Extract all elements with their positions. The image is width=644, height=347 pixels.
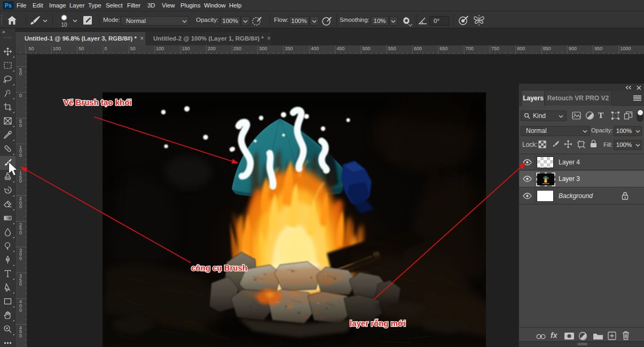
- svg-text:0: 0: [19, 153, 22, 158]
- svg-text:600: 600: [414, 46, 422, 51]
- svg-text:0: 0: [19, 333, 22, 338]
- svg-text:250: 250: [233, 46, 241, 51]
- svg-text:0: 0: [19, 281, 22, 287]
- svg-text:50: 50: [130, 46, 136, 51]
- svg-text:850: 850: [543, 46, 551, 51]
- svg-text:0: 0: [19, 178, 22, 184]
- svg-text:750: 750: [491, 46, 499, 51]
- svg-text:300: 300: [259, 46, 267, 51]
- svg-text:1000: 1000: [621, 46, 631, 51]
- svg-text:650: 650: [439, 46, 447, 51]
- svg-text:350: 350: [285, 46, 293, 51]
- svg-text:100: 100: [53, 46, 61, 51]
- svg-text:0: 0: [105, 46, 107, 51]
- svg-text:150: 150: [182, 46, 190, 51]
- svg-text:800: 800: [517, 46, 525, 51]
- svg-text:0: 0: [19, 123, 22, 128]
- svg-text:500: 500: [363, 46, 371, 51]
- svg-text:550: 550: [388, 46, 396, 51]
- svg-text:400: 400: [311, 46, 319, 51]
- svg-text:50: 50: [78, 46, 84, 51]
- svg-text:950: 950: [594, 46, 602, 51]
- svg-text:0: 0: [19, 93, 22, 98]
- svg-text:100: 100: [156, 46, 164, 51]
- svg-text:0: 0: [19, 256, 22, 261]
- svg-text:0: 0: [19, 204, 22, 209]
- svg-text:0: 0: [19, 230, 22, 235]
- svg-text:0: 0: [19, 307, 22, 313]
- svg-text:900: 900: [569, 46, 577, 51]
- svg-text:200: 200: [208, 46, 216, 51]
- svg-text:50: 50: [29, 46, 34, 51]
- svg-text:450: 450: [336, 46, 344, 51]
- svg-text:700: 700: [466, 46, 474, 51]
- svg-text:0: 0: [19, 71, 22, 76]
